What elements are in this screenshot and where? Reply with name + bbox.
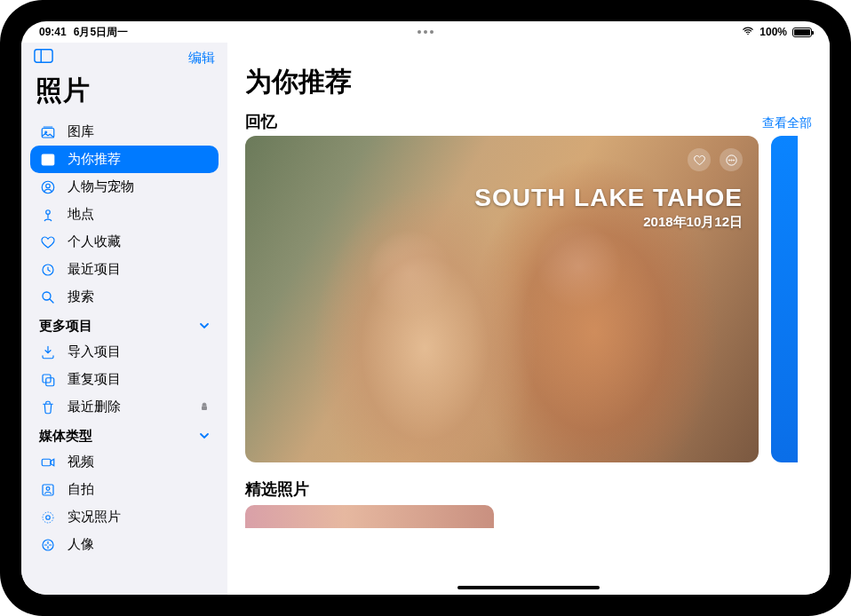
sidebar-toggle-icon[interactable] (34, 48, 53, 67)
battery-percent: 100% (760, 26, 787, 38)
places-icon (39, 207, 57, 223)
svg-rect-5 (42, 154, 54, 165)
chevron-down-icon (199, 319, 210, 334)
svg-rect-16 (202, 407, 207, 411)
sidebar-item-label: 最近删除 (68, 399, 121, 415)
main-content: 为你推荐 回忆 查看全部 (227, 43, 830, 595)
sidebar-item-portrait[interactable]: 人像 (30, 531, 219, 558)
page-title: 为你推荐 (245, 64, 812, 100)
sidebar-item-label: 为你推荐 (68, 151, 121, 168)
section-media-types[interactable]: 媒体类型 (30, 421, 219, 448)
svg-point-26 (733, 159, 734, 160)
import-icon (39, 344, 57, 360)
see-all-memories[interactable]: 查看全部 (762, 115, 812, 131)
svg-point-19 (46, 486, 50, 490)
sidebar-item-label: 导入项目 (68, 344, 121, 360)
wifi-icon (742, 25, 754, 40)
sidebar-item-live-photos[interactable]: 实况照片 (30, 503, 219, 531)
sidebar-item-places[interactable]: 地点 (30, 201, 219, 228)
sidebar-item-label: 人像 (68, 536, 94, 553)
lock-icon (199, 399, 210, 415)
sidebar-item-for-you[interactable]: 为你推荐 (30, 146, 219, 173)
sidebar-item-selfies[interactable]: 自拍 (30, 476, 219, 503)
heart-icon (39, 234, 57, 250)
sidebar-item-recently-deleted[interactable]: 最近删除 (30, 393, 219, 421)
status-time: 09:41 (39, 26, 67, 38)
trash-icon (39, 399, 57, 415)
memory-date: 2018年10月12日 (474, 214, 743, 231)
search-icon (39, 289, 57, 305)
video-icon (39, 454, 57, 470)
section-label: 媒体类型 (39, 428, 92, 445)
sidebar-item-label: 人物与宠物 (68, 178, 134, 195)
featured-heading: 精选照片 (245, 478, 812, 500)
memory-card-next[interactable] (771, 136, 798, 462)
status-date: 6月5日周一 (74, 25, 128, 40)
library-icon (39, 124, 57, 140)
people-icon (39, 179, 57, 195)
sidebar-item-label: 搜索 (68, 288, 94, 305)
clock-icon (39, 262, 57, 278)
sidebar-title: 照片 (21, 69, 227, 118)
memory-title: SOUTH LAKE TAHOE (474, 184, 743, 212)
svg-line-13 (50, 299, 53, 303)
sidebar-item-label: 视频 (68, 454, 94, 470)
sidebar-item-favorites[interactable]: 个人收藏 (30, 228, 219, 256)
ipad-frame: 09:41 6月5日周一 100% (0, 0, 851, 616)
sidebar-item-people-pets[interactable]: 人物与宠物 (30, 173, 219, 201)
svg-point-9 (46, 184, 51, 188)
sidebar-item-label: 图库 (68, 123, 94, 140)
svg-point-10 (46, 209, 51, 214)
section-more[interactable]: 更多项目 (30, 311, 219, 338)
favorite-memory-button[interactable] (688, 148, 711, 171)
screen: 09:41 6月5日周一 100% (21, 21, 830, 595)
sidebar-item-library[interactable]: 图库 (30, 118, 219, 146)
home-indicator[interactable] (457, 586, 600, 589)
svg-rect-17 (42, 459, 51, 466)
sidebar: 编辑 照片 图库 为你推荐 人物与宠物 (21, 43, 227, 595)
svg-point-0 (748, 33, 750, 35)
sidebar-item-imports[interactable]: 导入项目 (30, 338, 219, 366)
multitask-dots[interactable] (418, 30, 433, 34)
sidebar-item-search[interactable]: 搜索 (30, 283, 219, 311)
portrait-icon (39, 537, 57, 553)
more-memory-button[interactable] (720, 148, 743, 171)
sidebar-item-label: 重复项目 (68, 371, 121, 388)
edit-button[interactable]: 编辑 (188, 50, 215, 67)
status-bar: 09:41 6月5日周一 100% (21, 21, 830, 43)
chevron-down-icon (199, 429, 210, 444)
sidebar-item-label: 地点 (68, 206, 94, 223)
selfie-icon (39, 482, 57, 498)
svg-rect-1 (35, 50, 52, 63)
for-you-icon (39, 152, 57, 168)
battery-icon (792, 28, 812, 37)
memories-heading: 回忆 (245, 111, 277, 132)
svg-point-20 (46, 515, 51, 519)
svg-point-23 (726, 154, 736, 164)
sidebar-item-recents[interactable]: 最近项目 (30, 256, 219, 283)
duplicate-icon (39, 372, 57, 388)
sidebar-item-label: 实况照片 (68, 509, 121, 525)
svg-point-12 (43, 292, 51, 300)
section-label: 更多项目 (39, 318, 92, 335)
sidebar-item-label: 最近项目 (68, 261, 121, 278)
sidebar-item-duplicates[interactable]: 重复项目 (30, 366, 219, 393)
sidebar-item-videos[interactable]: 视频 (30, 448, 219, 476)
sidebar-item-label: 自拍 (68, 481, 94, 498)
sidebar-item-label: 个人收藏 (68, 233, 121, 250)
svg-point-21 (43, 512, 53, 523)
memory-card[interactable]: SOUTH LAKE TAHOE 2018年10月12日 (245, 136, 759, 462)
svg-point-25 (730, 159, 731, 160)
svg-point-24 (728, 159, 729, 160)
featured-photo[interactable] (245, 505, 494, 528)
live-photo-icon (39, 509, 57, 525)
